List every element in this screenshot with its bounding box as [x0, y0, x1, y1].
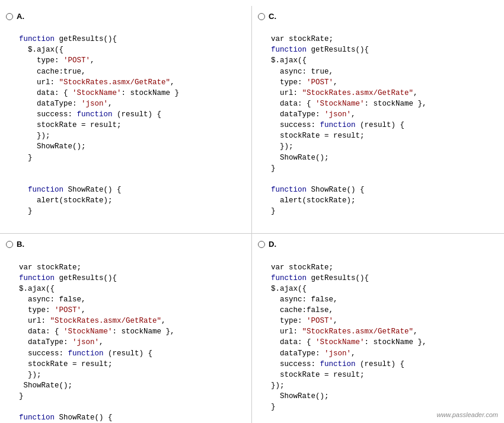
- label-c: C.: [269, 12, 276, 21]
- radio-c[interactable]: [258, 13, 265, 20]
- quiz-options: A. function getResults(){ $.ajax({ type:…: [0, 0, 504, 423]
- code-d: var stockRate; function getResults(){ $.…: [271, 251, 495, 423]
- option-c[interactable]: C. var stockRate; function getResults(){…: [252, 6, 504, 234]
- option-b[interactable]: B. var stockRate; function getResults(){…: [0, 234, 252, 423]
- label-b: B.: [17, 240, 24, 249]
- radio-d[interactable]: [258, 241, 265, 248]
- code-c: var stockRate; function getResults(){ $.…: [271, 23, 495, 227]
- radio-b[interactable]: [6, 241, 13, 248]
- watermark: www.passleader.com: [436, 411, 498, 418]
- radio-a[interactable]: [6, 13, 13, 20]
- label-d: D.: [269, 240, 276, 249]
- label-a: A.: [17, 12, 24, 21]
- code-a: function getResults(){ $.ajax({ type: 'P…: [19, 23, 243, 227]
- code-b: var stockRate; function getResults(){ $.…: [19, 251, 243, 423]
- option-a[interactable]: A. function getResults(){ $.ajax({ type:…: [0, 6, 252, 234]
- option-d[interactable]: D. var stockRate; function getResults(){…: [252, 234, 504, 423]
